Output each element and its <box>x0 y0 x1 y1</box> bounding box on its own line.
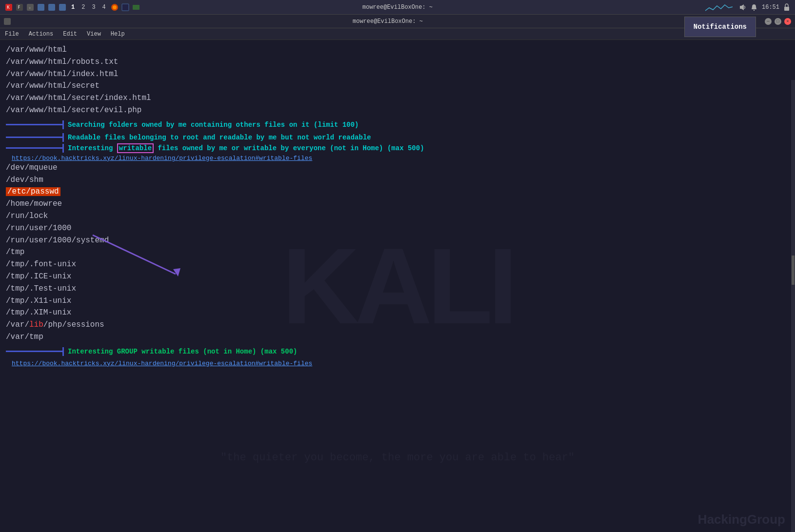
menu-actions[interactable]: Actions <box>27 30 55 39</box>
writable-file-2: /dev/shm <box>6 174 789 186</box>
system-bar-left: K F ☆ 1 2 3 4 <box>5 3 140 11</box>
scrollbar-thumb[interactable] <box>792 256 795 285</box>
section4-title: Interesting GROUP writable files (not in… <box>68 348 297 355</box>
file-path-4: /var/www/html/secret <box>6 80 789 92</box>
system-bar: K F ☆ 1 2 3 4 mowree@EvilBoxOne: ~ <box>0 0 795 15</box>
writable-file-6: /run/user/1000 <box>6 222 789 235</box>
close-button[interactable]: ✕ <box>784 18 791 25</box>
app-icon-3[interactable]: ☆ <box>26 3 34 11</box>
section2-title: Readable files belonging to root and rea… <box>68 134 371 141</box>
section3-title: Interesting writable files owned by me o… <box>68 144 424 152</box>
workspace-4[interactable]: 4 <box>100 3 108 11</box>
writable-file-10: /tmp/.ICE-unix <box>6 271 789 283</box>
section4-decorator <box>6 347 64 356</box>
terminal-icon <box>4 18 11 25</box>
file-path-2: /var/www/html/robots.txt <box>6 56 789 68</box>
svg-marker-13 <box>740 4 744 10</box>
system-time: 16:51 <box>762 4 779 11</box>
minimize-button[interactable]: ─ <box>765 18 772 25</box>
etc-passwd-highlight: /etc/passwd <box>6 187 60 196</box>
file-path-3: /var/www/html/index.html <box>6 68 789 80</box>
section1-title: Searching folders owned by me containing… <box>68 121 359 129</box>
section3-header: Interesting writable files owned by me o… <box>6 144 789 153</box>
svg-rect-11 <box>122 4 129 11</box>
titlebar-left <box>4 18 11 25</box>
file-path-5: /var/www/html/secret/index.html <box>6 92 789 104</box>
terminal-titlebar: mowree@EvilBoxOne: ~ ─ □ ✕ <box>0 15 795 28</box>
writable-file-11: /tmp/.Test-unix <box>6 283 789 295</box>
notifications-popup: Notifications <box>684 17 756 37</box>
writable-file-7: /run/user/1000/systemd <box>6 235 789 247</box>
section4-link[interactable]: https://book.hacktricks.xyz/linux-harden… <box>12 360 789 367</box>
file-path-6: /var/www/html/secret/evil.php <box>6 104 789 117</box>
menu-edit[interactable]: Edit <box>61 30 79 39</box>
section4-header: Interesting GROUP writable files (not in… <box>6 347 789 356</box>
menu-view[interactable]: View <box>85 30 103 39</box>
titlebar-controls: ─ □ ✕ <box>765 18 791 25</box>
app-icon-6[interactable] <box>59 3 66 11</box>
app-icon-firefox[interactable] <box>111 3 119 11</box>
writable-file-12: /tmp/.X11-unix <box>6 295 789 307</box>
app-icon-image[interactable] <box>132 3 140 11</box>
hacking-group-watermark: HackingGroup <box>698 512 785 527</box>
system-bar-right: 16:51 <box>705 3 790 12</box>
svg-rect-6 <box>38 4 44 11</box>
writable-file-etc-passwd: /etc/passwd <box>6 186 789 198</box>
writable-file-4: /home/mowree <box>6 198 789 210</box>
lock-icon[interactable] <box>783 3 790 11</box>
svg-point-10 <box>113 5 117 9</box>
writable-file-1: /dev/mqueue <box>6 162 789 174</box>
section3-decorator <box>6 144 64 153</box>
section1-decorator <box>6 120 64 129</box>
workspace-3[interactable]: 3 <box>90 3 97 11</box>
app-icon-terminal[interactable] <box>121 3 129 11</box>
file-path-1: /var/www/html <box>6 44 789 56</box>
kali-tagline: "the quieter you become, the more you ar… <box>220 452 575 464</box>
system-bar-title: mowree@EvilBoxOne: ~ <box>362 4 433 11</box>
terminal-window: mowree@EvilBoxOne: ~ ─ □ ✕ File Actions … <box>0 15 795 532</box>
cpu-graph <box>705 3 735 12</box>
writable-file-5: /run/lock <box>6 210 789 222</box>
app-icon-5[interactable] <box>48 3 56 11</box>
notifications-label: Notifications <box>694 23 747 31</box>
writable-highlight: writable <box>117 143 154 153</box>
terminal-content[interactable]: KALI "the quieter you become, the more y… <box>0 40 795 532</box>
menu-bar: File Actions Edit View Help <box>0 28 795 40</box>
app-icon-4[interactable] <box>37 3 45 11</box>
writable-file-9: /tmp/.font-unix <box>6 258 789 271</box>
app-icon-2[interactable]: F <box>16 3 23 11</box>
app-icon-1[interactable]: K <box>5 3 13 11</box>
maximize-button[interactable]: □ <box>775 18 781 25</box>
menu-file[interactable]: File <box>3 30 21 39</box>
workspace-1[interactable]: 1 <box>69 3 77 11</box>
bell-icon[interactable] <box>750 3 758 11</box>
svg-rect-8 <box>59 4 66 11</box>
writable-file-15: /var/tmp <box>6 331 789 343</box>
section2-decorator <box>6 133 64 142</box>
menu-help[interactable]: Help <box>109 30 127 39</box>
svg-text:F: F <box>18 5 20 10</box>
workspace-2[interactable]: 2 <box>80 3 87 11</box>
section1-header: Searching folders owned by me containing… <box>6 120 789 129</box>
section2-header: Readable files belonging to root and rea… <box>6 133 789 142</box>
writable-file-var-lib: /var/lib/php/sessions <box>6 319 789 331</box>
svg-text:K: K <box>7 5 10 10</box>
svg-rect-15 <box>784 7 789 11</box>
volume-icon[interactable] <box>738 3 746 11</box>
svg-rect-7 <box>48 4 55 11</box>
writable-file-13: /tmp/.XIM-unix <box>6 307 789 319</box>
section3-link[interactable]: https://book.hacktricks.xyz/linux-harden… <box>12 155 789 162</box>
scrollbar[interactable] <box>791 80 795 532</box>
writable-file-8: /tmp <box>6 246 789 258</box>
svg-rect-12 <box>133 5 139 10</box>
lib-highlight: lib <box>29 320 43 329</box>
titlebar-title: mowree@EvilBoxOne: ~ <box>353 18 423 25</box>
